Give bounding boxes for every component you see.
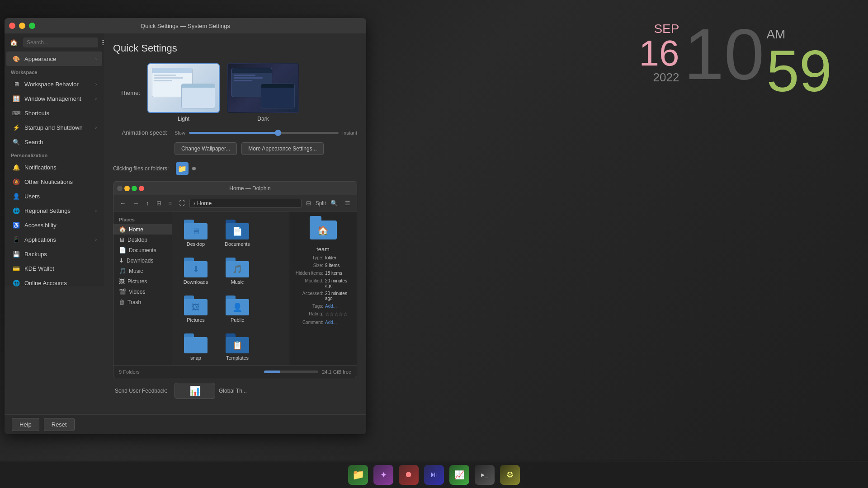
file-item-music[interactable]: 🎵 Music <box>219 255 255 287</box>
places-item-trash[interactable]: 🗑 Trash <box>113 297 172 307</box>
sidebar-item-accessibility[interactable]: ♿ Accessibility <box>6 218 102 232</box>
statusbar-folders: 9 Folders <box>119 369 140 375</box>
theme-preview-light[interactable] <box>147 63 220 113</box>
more-appearance-button[interactable]: More Appearance Settings... <box>241 142 323 155</box>
dolphin-grid-view-btn[interactable]: ⊞ <box>154 198 164 208</box>
places-item-videos[interactable]: 🎬 Videos <box>113 286 172 297</box>
dolphin-forward-btn[interactable]: → <box>130 198 142 208</box>
dolphin-list-view-btn[interactable]: ≡ <box>166 198 175 208</box>
sidebar-item-other-notifications[interactable]: 🔕 Other Notifications <box>6 174 102 189</box>
dolphin-search-btn[interactable]: 🔍 <box>328 198 340 208</box>
dolphin-maximize-btn[interactable] <box>132 186 137 191</box>
clock-ampm-min: AM 59 <box>766 27 832 100</box>
theme-options: Light <box>147 63 299 122</box>
search-icon: 🔍 <box>12 137 21 146</box>
storage-bar <box>264 371 318 373</box>
file-item-public[interactable]: 👤 Public <box>219 293 255 325</box>
dolphin-close-btn[interactable] <box>139 186 144 191</box>
info-row-hidden: Hidden items: 18 items <box>294 271 352 276</box>
taskbar-icon-settings[interactable]: ⚙ <box>500 465 520 485</box>
places-item-home[interactable]: 🏠 Home <box>113 224 172 235</box>
file-item-desktop[interactable]: 🖥 Desktop <box>178 217 214 249</box>
dolphin-split-label[interactable]: Split <box>316 200 326 206</box>
regional-settings-icon: 🌐 <box>12 206 21 215</box>
folder-icon-downloads: ⬇ <box>184 258 208 277</box>
taskbar-icon-media[interactable]: ⏺ <box>399 465 419 485</box>
sidebar-item-backups[interactable]: 💾 Backups <box>6 247 102 261</box>
info-comment-add[interactable]: Add... <box>325 320 352 325</box>
dolphin-menu-btn[interactable]: ☰ <box>342 198 353 208</box>
file-name-templates: Templates <box>226 355 249 361</box>
dolphin-help-btn[interactable] <box>117 186 123 191</box>
minimize-button[interactable]: − <box>19 23 25 29</box>
dolphin-up-btn[interactable]: ↑ <box>143 198 152 208</box>
dolphin-titlebar: Home — Dolphin <box>113 182 357 195</box>
file-name-desktop: Desktop <box>187 241 205 247</box>
places-item-downloads[interactable]: ⬇ Downloads <box>113 255 172 266</box>
info-row-size: Size: 9 items <box>294 263 352 268</box>
info-size-value: 9 items <box>325 263 352 268</box>
applications-icon: 📱 <box>12 235 21 244</box>
taskbar-icon-filemanager[interactable]: 📁 <box>348 465 368 485</box>
theme-preview-dark[interactable] <box>227 63 299 113</box>
sidebar-item-kde-wallet[interactable]: 💳 KDE Wallet <box>6 261 102 276</box>
sidebar-item-window-management[interactable]: 🪟 Window Management › <box>6 91 102 106</box>
sidebar-item-appearance[interactable]: 🎨 Appearance › <box>6 52 102 66</box>
taskbar-icon-terminal[interactable]: ▶_ <box>475 465 495 485</box>
sidebar-item-workspace-behavior[interactable]: 🖥 Workspace Behavior › <box>6 77 102 91</box>
help-button[interactable]: Help <box>12 418 39 431</box>
places-item-label: Home <box>129 226 143 233</box>
send-feedback-button[interactable]: 📊 <box>175 383 215 399</box>
clock-widget: SEP 16 2022 10 AM 59 <box>639 18 832 100</box>
sidebar-home-button[interactable]: 🏠 <box>8 37 19 48</box>
close-button[interactable]: × <box>9 23 15 29</box>
sidebar-item-shortcuts[interactable]: ⌨ Shortcuts <box>6 106 102 120</box>
sidebar-item-label: Other Notifications <box>24 178 97 185</box>
media-icon: ⏺ <box>405 470 413 479</box>
places-item-music[interactable]: 🎵 Music <box>113 266 172 276</box>
file-item-downloads[interactable]: ⬇ Downloads <box>178 255 214 287</box>
animation-speed-slider[interactable] <box>189 132 339 134</box>
shortcuts-icon: ⌨ <box>12 108 21 117</box>
reset-button[interactable]: Reset <box>44 418 75 431</box>
dolphin-panel-btn[interactable]: ⊟ <box>303 198 314 208</box>
sidebar-item-applications[interactable]: 📱 Applications › <box>6 232 102 247</box>
info-rating-stars[interactable]: ☆☆☆☆☆ <box>325 311 352 317</box>
file-name-snap: snap <box>190 355 201 361</box>
search-input[interactable] <box>23 38 98 47</box>
places-item-pictures[interactable]: 🖼 Pictures <box>113 276 172 286</box>
theme-option-light[interactable]: Light <box>147 63 220 122</box>
clicking-files-row: Clicking files or folders: 📁 <box>113 162 357 175</box>
sidebar-top: 🏠 ☰ <box>5 33 104 52</box>
file-opener-icon[interactable]: 📁 <box>176 162 189 175</box>
maximize-button[interactable]: □ <box>29 23 35 29</box>
file-item-pictures[interactable]: 🖼 Pictures <box>178 293 214 325</box>
taskbar-icon-media2[interactable]: ⏯ <box>424 465 444 485</box>
dolphin-split-btn[interactable]: ⛶ <box>176 198 188 208</box>
sidebar-item-label: Applications <box>24 236 92 243</box>
sidebar-item-notifications[interactable]: 🔔 Notifications <box>6 160 102 174</box>
file-item-documents[interactable]: 📄 Documents <box>219 217 255 249</box>
sidebar-item-startup-shutdown[interactable]: ⚡ Startup and Shutdown › <box>6 120 102 135</box>
taskbar-icon-star[interactable]: ✦ <box>373 465 393 485</box>
dolphin-statusbar: 9 Folders 24.1 GiB free <box>113 365 357 378</box>
sidebar-item-online-accounts[interactable]: 🌐 Online Accounts <box>6 276 102 286</box>
file-item-snap[interactable]: snap <box>178 331 214 363</box>
window-management-icon: 🪟 <box>12 94 21 103</box>
desktop: SEP 16 2022 10 AM 59 × − □ Quick Setting… <box>0 0 868 488</box>
dolphin-minimize-btn[interactable] <box>124 186 130 191</box>
places-item-desktop[interactable]: 🖥 Desktop <box>113 235 172 245</box>
sidebar-item-regional-settings[interactable]: 🌐 Regional Settings › <box>6 203 102 218</box>
sidebar-item-search[interactable]: 🔍 Search <box>6 135 102 149</box>
star-app-icon: ✦ <box>380 470 387 480</box>
sidebar-item-users[interactable]: 👤 Users <box>6 189 102 203</box>
places-item-documents[interactable]: 📄 Documents <box>113 245 172 255</box>
file-item-templates[interactable]: 📋 Templates <box>219 331 255 363</box>
taskbar-icon-monitor[interactable]: 📈 <box>449 465 469 485</box>
documents-icon: 📄 <box>119 247 126 253</box>
change-wallpaper-button[interactable]: Change Wallpaper... <box>175 142 237 155</box>
dolphin-location-bar[interactable]: › Home <box>189 199 302 208</box>
theme-option-dark[interactable]: Dark <box>227 63 299 122</box>
dolphin-back-btn[interactable]: ← <box>117 198 128 208</box>
info-tags-add[interactable]: Add... <box>325 304 352 309</box>
